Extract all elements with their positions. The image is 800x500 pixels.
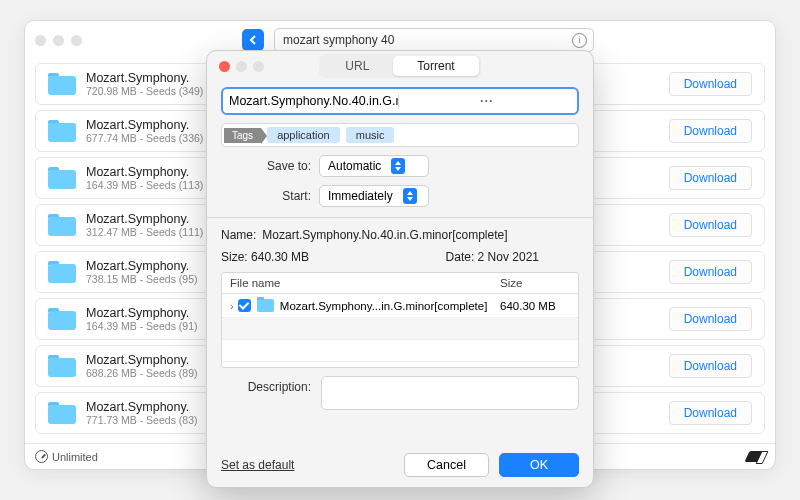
folder-icon [48,167,76,189]
search-text: mozart symphony 40 [283,33,394,47]
start-value: Immediately [328,189,393,203]
zoom-icon [253,61,264,72]
close-icon[interactable] [219,61,230,72]
dialog-footer: Set as default Cancel OK [207,443,593,487]
folder-icon [257,299,274,312]
set-default-link[interactable]: Set as default [221,458,394,472]
mode-tabs: URL Torrent [319,54,480,78]
dialog-titlebar: URL Torrent [207,51,593,81]
file-list-header: File name Size [222,273,578,294]
save-to-label: Save to: [221,159,311,173]
download-button[interactable]: Download [669,354,752,378]
chevron-right-icon[interactable]: › [230,300,234,312]
size-value: 640.30 MB [251,250,309,264]
updown-icon [391,158,405,174]
download-button[interactable]: Download [669,72,752,96]
start-label: Start: [221,189,311,203]
file-size: 640.30 MB [500,300,570,312]
file-row-empty [222,318,578,340]
ok-button[interactable]: OK [499,453,579,477]
gauge-icon [35,450,48,463]
folder-icon [48,214,76,236]
name-value: Mozart.Symphony.No.40.in.G.minor[complet… [262,228,507,242]
torrent-path-text: Mozart.Symphony.No.40.in.G.minor[complet… [229,94,398,108]
tag-chip[interactable]: music [346,127,395,143]
folder-icon [48,73,76,95]
search-input[interactable]: mozart symphony 40 i [274,28,594,52]
download-button[interactable]: Download [669,213,752,237]
folder-icon [48,402,76,424]
download-button[interactable]: Download [669,119,752,143]
name-row: Name: Mozart.Symphony.No.40.in.G.minor[c… [221,228,579,242]
checkbox[interactable] [238,299,251,312]
info-icon[interactable]: i [572,33,587,48]
tags-field[interactable]: Tags application music [221,123,579,147]
back-button[interactable] [242,29,264,51]
cancel-button[interactable]: Cancel [404,453,489,477]
divider [207,217,593,218]
start-select[interactable]: Immediately [319,185,429,207]
col-name: File name [230,277,500,289]
tab-url[interactable]: URL [321,56,393,76]
minimize-icon [236,61,247,72]
torrent-path-input[interactable]: Mozart.Symphony.No.40.in.G.minor[complet… [221,87,579,115]
col-size: Size [500,277,570,289]
name-label: Name: [221,228,256,242]
date-value: 2 Nov 2021 [478,250,539,264]
tag-chip[interactable]: application [267,127,340,143]
download-button[interactable]: Download [669,166,752,190]
updown-icon [403,188,417,204]
minimize-icon[interactable] [53,35,64,46]
size-date-row: Size: 640.30 MB Date: 2 Nov 2021 [221,250,579,264]
folder-icon [48,355,76,377]
file-row[interactable]: › Mozart.Symphony...in.G.minor[complete]… [222,294,578,318]
file-row-empty [222,340,578,362]
size-label: Size: [221,250,248,264]
save-to-value: Automatic [328,159,381,173]
speed-indicator[interactable]: Unlimited [35,450,98,463]
date-label: Date: [446,250,475,264]
download-button[interactable]: Download [669,307,752,331]
folder-icon [48,261,76,283]
description-input[interactable] [321,376,579,410]
folder-icon [48,308,76,330]
folder-icon [48,120,76,142]
window-controls [35,35,82,46]
close-icon[interactable] [35,35,46,46]
browse-button[interactable]: ··· [398,94,572,108]
download-button[interactable]: Download [669,401,752,425]
speed-label: Unlimited [52,451,98,463]
tags-label: Tags [224,128,261,143]
file-name: Mozart.Symphony...in.G.minor[complete] [280,300,500,312]
zoom-icon[interactable] [71,35,82,46]
download-button[interactable]: Download [669,260,752,284]
add-download-dialog: URL Torrent Mozart.Symphony.No.40.in.G.m… [206,50,594,488]
chevron-left-icon [248,35,258,45]
save-to-select[interactable]: Automatic [319,155,429,177]
file-list: File name Size › Mozart.Symphony...in.G.… [221,272,579,368]
clear-button[interactable] [744,451,767,462]
tab-torrent[interactable]: Torrent [393,56,478,76]
description-label: Description: [221,376,311,394]
